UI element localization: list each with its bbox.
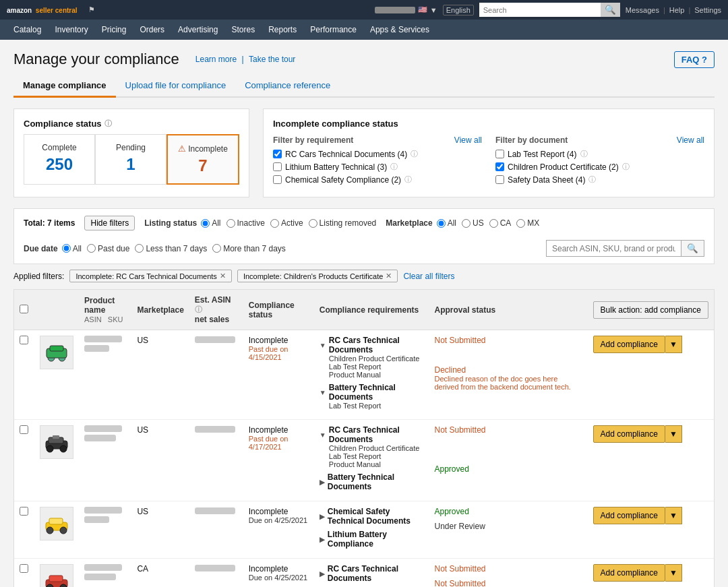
tab-upload-file[interactable]: Upload file for compliance bbox=[116, 75, 236, 96]
row4-req-rc-arrow[interactable]: ▶ bbox=[320, 570, 325, 578]
listing-all[interactable]: All bbox=[201, 218, 220, 228]
row1-add-compliance-button[interactable]: Add compliance bbox=[593, 336, 665, 353]
row4-add-compliance-button[interactable]: Add compliance bbox=[593, 564, 665, 582]
row3-req-lithium-title: ▶ Lithium Battery Compliance bbox=[320, 530, 424, 549]
search-asin-button[interactable]: 🔍 bbox=[681, 240, 704, 257]
req-checkbox-2[interactable] bbox=[273, 175, 282, 184]
marketplace-ca[interactable]: CA bbox=[489, 218, 512, 228]
hide-filters-button[interactable]: Hide filters bbox=[84, 216, 135, 230]
doc-checkbox-0[interactable] bbox=[495, 150, 504, 158]
nav-apps[interactable]: Apps & Services bbox=[363, 20, 436, 40]
row1-req-battery-sub0: Lab Test Report bbox=[329, 402, 424, 410]
nav-stores[interactable]: Stores bbox=[224, 20, 262, 40]
view-all-doc-link[interactable]: View all bbox=[677, 135, 704, 145]
compliance-status-info-icon[interactable]: ⓘ bbox=[104, 119, 112, 129]
doc-info-icon-1[interactable]: ⓘ bbox=[622, 162, 630, 172]
bulk-action-button[interactable]: Bulk action: add compliance bbox=[593, 301, 708, 319]
row1-product-name-cell bbox=[79, 330, 131, 420]
row2-name-blur bbox=[84, 425, 122, 432]
marketplace-us[interactable]: US bbox=[462, 218, 484, 228]
faq-button[interactable]: FAQ ? bbox=[674, 51, 715, 68]
row4-approval-rc: Not Submitted bbox=[434, 564, 582, 574]
row3-req-lithium-arrow[interactable]: ▶ bbox=[320, 536, 325, 543]
listing-active[interactable]: Active bbox=[270, 218, 303, 228]
row1-name-blur bbox=[84, 336, 122, 342]
row3-checkbox[interactable] bbox=[20, 507, 28, 516]
row2-req-battery-arrow[interactable]: ▶ bbox=[320, 478, 325, 486]
marketplace-label: Marketplace bbox=[386, 218, 432, 228]
row3-add-compliance-button[interactable]: Add compliance bbox=[593, 507, 665, 524]
row2-req-rc-sub1: Lab Test Report bbox=[329, 452, 424, 460]
take-tour-link[interactable]: Take the tour bbox=[249, 55, 295, 64]
doc-checkbox-1[interactable] bbox=[495, 162, 504, 171]
row2-req-rc-arrow[interactable]: ▼ bbox=[320, 431, 326, 439]
search-asin-input[interactable] bbox=[546, 240, 681, 257]
tab-manage-compliance[interactable]: Manage compliance bbox=[13, 75, 116, 98]
row4-btn-group: Add compliance ▼ bbox=[593, 564, 708, 582]
svg-point-7 bbox=[60, 445, 67, 452]
row1-checkbox[interactable] bbox=[20, 336, 28, 344]
row1-req-battery-arrow[interactable]: ▼ bbox=[320, 389, 326, 396]
listing-removed[interactable]: Listing removed bbox=[309, 218, 377, 228]
row1-req-rc-sub0: Children Product Certificate bbox=[329, 354, 424, 363]
remove-filter-1[interactable]: ✕ bbox=[386, 272, 392, 280]
req-info-icon-1[interactable]: ⓘ bbox=[390, 162, 398, 172]
row1-dropdown-arrow[interactable]: ▼ bbox=[665, 336, 682, 353]
nav-reports[interactable]: Reports bbox=[262, 20, 303, 40]
row4-checkbox[interactable] bbox=[20, 564, 28, 573]
due-all[interactable]: All bbox=[62, 244, 82, 253]
req-checkbox-0[interactable] bbox=[273, 150, 282, 158]
row2-due-text: Past due on 4/17/2021 bbox=[249, 435, 309, 451]
due-more7[interactable]: More than 7 days bbox=[212, 244, 286, 253]
doc-info-icon-2[interactable]: ⓘ bbox=[588, 175, 596, 185]
asin-info-icon[interactable]: ⓘ bbox=[195, 305, 202, 313]
remove-filter-0[interactable]: ✕ bbox=[220, 272, 226, 280]
nav-catalog[interactable]: Catalog bbox=[7, 20, 48, 40]
applied-filters-label: Applied filters: bbox=[13, 272, 64, 281]
clear-all-filters-link[interactable]: Clear all filters bbox=[403, 272, 454, 281]
table-row: US Incomplete Due on 4/25/2021 ▶ Chemica… bbox=[14, 501, 714, 559]
due-7days[interactable]: Less than 7 days bbox=[135, 244, 207, 253]
req-info-icon-0[interactable]: ⓘ bbox=[411, 149, 418, 159]
messages-link[interactable]: Messages bbox=[626, 6, 659, 14]
row2-add-compliance-button[interactable]: Add compliance bbox=[593, 425, 665, 443]
req-checkbox-1[interactable] bbox=[273, 162, 282, 171]
row3-req-chemical-arrow[interactable]: ▶ bbox=[320, 513, 325, 520]
help-link[interactable]: Help bbox=[669, 6, 685, 14]
row3-checkbox-cell bbox=[14, 501, 34, 559]
marketplace-mx[interactable]: MX bbox=[516, 218, 539, 228]
learn-more-link[interactable]: Learn more bbox=[195, 55, 237, 64]
compliance-status-card: Compliance status ⓘ Complete 250 Pending… bbox=[13, 109, 249, 197]
listing-status-options: All Inactive Active Listing removed bbox=[201, 218, 376, 228]
language-selector[interactable]: English bbox=[443, 5, 474, 16]
listing-inactive[interactable]: Inactive bbox=[226, 218, 265, 228]
row2-checkbox[interactable] bbox=[20, 425, 28, 434]
tab-compliance-reference[interactable]: Compliance reference bbox=[235, 75, 340, 96]
view-all-req-link[interactable]: View all bbox=[454, 135, 482, 145]
row3-dropdown-arrow[interactable]: ▼ bbox=[665, 507, 682, 524]
nav-orders[interactable]: Orders bbox=[133, 20, 171, 40]
row4-due-text: Due on 4/25/2021 bbox=[249, 574, 309, 582]
search-input[interactable] bbox=[479, 3, 601, 17]
row1-req-rc-arrow[interactable]: ▼ bbox=[320, 342, 326, 349]
applied-filters-row: Applied filters: Incomplete: RC Cars Tec… bbox=[13, 270, 715, 282]
row4-dropdown-arrow[interactable]: ▼ bbox=[665, 564, 682, 582]
row4-req-rc: ▶ RC Cars Technical Documents bbox=[320, 564, 424, 583]
nav-pricing[interactable]: Pricing bbox=[95, 20, 133, 40]
search-button[interactable]: 🔍 bbox=[601, 3, 620, 17]
nav-bar: Catalog Inventory Pricing Orders Adverti… bbox=[0, 20, 728, 40]
marketplace-all[interactable]: All bbox=[437, 218, 456, 228]
req-info-icon-2[interactable]: ⓘ bbox=[404, 175, 412, 185]
search-bar[interactable]: 🔍 bbox=[479, 3, 620, 17]
settings-link[interactable]: Settings bbox=[694, 6, 721, 14]
select-all-checkbox[interactable] bbox=[20, 305, 28, 313]
due-past[interactable]: Past due bbox=[87, 244, 129, 253]
account-selector[interactable]: 🇺🇸 ▼ bbox=[375, 5, 437, 14]
account-dropdown-icon[interactable]: ▼ bbox=[430, 6, 437, 14]
row2-dropdown-arrow[interactable]: ▼ bbox=[665, 425, 682, 443]
doc-info-icon-0[interactable]: ⓘ bbox=[580, 149, 588, 159]
nav-performance[interactable]: Performance bbox=[303, 20, 363, 40]
nav-advertising[interactable]: Advertising bbox=[171, 20, 224, 40]
doc-checkbox-2[interactable] bbox=[495, 175, 504, 184]
nav-inventory[interactable]: Inventory bbox=[48, 20, 94, 40]
